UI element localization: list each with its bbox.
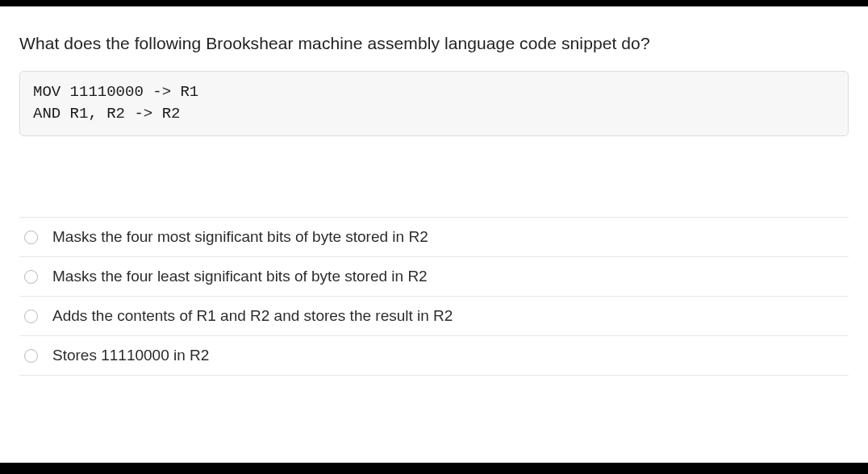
top-black-bar bbox=[0, 0, 868, 6]
radio-icon bbox=[24, 349, 38, 363]
option-label: Adds the contents of R1 and R2 and store… bbox=[52, 307, 453, 325]
answer-option-2[interactable]: Adds the contents of R1 and R2 and store… bbox=[19, 297, 849, 336]
question-container: What does the following Brookshear machi… bbox=[0, 6, 868, 376]
option-label: Masks the four least significant bits of… bbox=[52, 268, 428, 285]
answer-options-list: Masks the four most significant bits of … bbox=[19, 217, 849, 376]
radio-icon bbox=[24, 270, 38, 284]
option-label: Stores 11110000 in R2 bbox=[52, 347, 209, 364]
bottom-black-bar bbox=[0, 463, 868, 474]
radio-icon bbox=[24, 310, 38, 323]
radio-icon bbox=[24, 231, 38, 244]
answer-option-1[interactable]: Masks the four least significant bits of… bbox=[19, 257, 849, 297]
code-snippet: MOV 11110000 -> R1 AND R1, R2 -> R2 bbox=[19, 71, 849, 136]
question-prompt: What does the following Brookshear machi… bbox=[19, 34, 849, 53]
answer-option-0[interactable]: Masks the four most significant bits of … bbox=[19, 218, 849, 257]
option-label: Masks the four most significant bits of … bbox=[52, 228, 428, 246]
answer-option-3[interactable]: Stores 11110000 in R2 bbox=[19, 336, 849, 376]
